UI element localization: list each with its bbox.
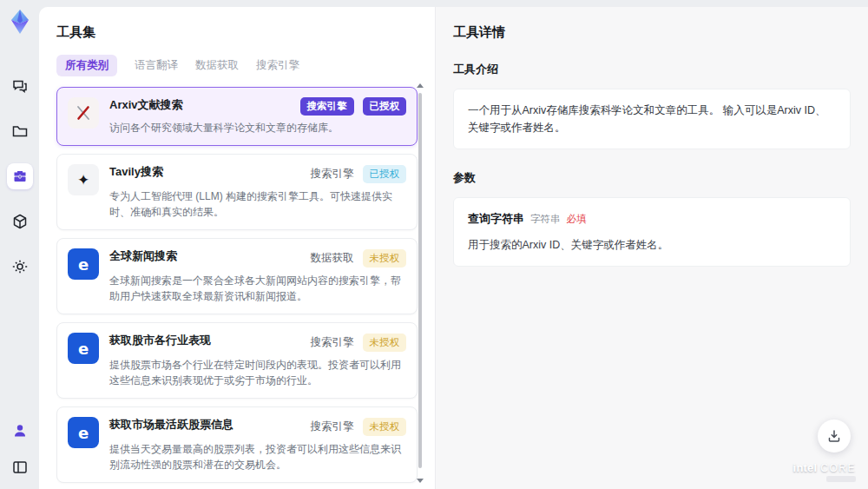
- tool-card[interactable]: ✦ Tavily搜索 搜索引擎 已授权 专为人工智能代理 (LLM) 构建的搜索…: [56, 154, 418, 230]
- tool-card[interactable]: e 全球新闻搜索 数据获取 未授权 全球新闻搜索是一个聚合全球各大新闻网站内容的…: [56, 238, 418, 314]
- tool-description: 专为人工智能代理 (LLM) 构建的搜索引擎工具。可快速提供实时、准确和真实的结…: [109, 188, 406, 220]
- user-icon[interactable]: [7, 418, 33, 444]
- tool-status-badge: 未授权: [363, 418, 407, 436]
- params-heading: 参数: [453, 170, 851, 186]
- tavily-star-icon: ✦: [68, 164, 99, 195]
- tool-detail-panel: 工具详情 工具介绍 一个用于从Arxiv存储库搜索科学论文和文章的工具。 输入可…: [436, 7, 868, 489]
- tool-meta: 搜索引擎 已授权: [300, 97, 407, 116]
- tool-category-badge: 搜索引擎: [311, 164, 354, 184]
- tool-status-badge: 已授权: [363, 165, 407, 183]
- folder-icon[interactable]: [7, 118, 33, 144]
- news-search-icon: e: [68, 333, 99, 364]
- download-button[interactable]: [818, 420, 851, 453]
- core-text: CORE: [820, 462, 856, 474]
- tool-card-body: 全球新闻搜索 数据获取 未授权 全球新闻搜索是一个聚合全球各大新闻网站内容的搜索…: [109, 248, 406, 304]
- rail-bottom: [7, 418, 33, 480]
- intel-sub-mark: [826, 476, 856, 482]
- arxiv-logo-icon: [68, 97, 99, 129]
- param-box: 查询字符串 字符串 必填 用于搜索的Arxiv ID、关键字或作者姓名。: [453, 197, 851, 267]
- tool-description: 提供股票市场各个行业在特定时间段内的表现。投资者可以利用这些信息来识别表现优于或…: [109, 357, 406, 388]
- news-search-icon: e: [68, 417, 99, 448]
- intro-heading: 工具介绍: [453, 62, 851, 77]
- tab-3[interactable]: 搜索引擎: [256, 55, 299, 76]
- tool-category-badge: 搜索引擎: [300, 97, 354, 116]
- tool-name: Tavily搜索: [109, 164, 311, 180]
- param-desc: 用于搜索的Arxiv ID、关键字或作者姓名。: [468, 236, 836, 254]
- scrollbar-thumb[interactable]: [418, 93, 422, 468]
- tool-card-body: Arxiv文献搜索 搜索引擎 已授权 访问各个研究领域大量科学论文和文章的存储库…: [109, 97, 406, 135]
- tool-card[interactable]: Arxiv文献搜索 搜索引擎 已授权 访问各个研究领域大量科学论文和文章的存储库…: [56, 87, 418, 146]
- intro-text: 一个用于从Arxiv存储库搜索科学论文和文章的工具。 输入可以是Arxiv ID…: [468, 104, 826, 134]
- left-rail: [0, 0, 39, 489]
- tool-card-body: 获取股市各行业表现 搜索引擎 未授权 提供股票市场各个行业在特定时间段内的表现。…: [109, 333, 406, 388]
- page-title: 工具集: [56, 24, 435, 41]
- list-scrollbar[interactable]: [417, 83, 424, 483]
- param-name: 查询字符串: [468, 210, 524, 228]
- chat-icon[interactable]: [7, 73, 33, 99]
- tool-name: 获取股市各行业表现: [109, 333, 311, 348]
- param-header: 查询字符串 字符串 必填: [468, 210, 836, 228]
- tool-description: 全球新闻搜索是一个聚合全球各大新闻网站内容的搜索引擎，帮助用户快速获取全球最新资…: [109, 273, 406, 304]
- tool-name: 全球新闻搜索: [109, 248, 311, 264]
- tab-1[interactable]: 语言翻译: [135, 55, 178, 76]
- rail-nav: [7, 73, 33, 280]
- scroll-down-icon[interactable]: [417, 479, 424, 483]
- tool-status-badge: 未授权: [363, 249, 407, 268]
- detail-title: 工具详情: [453, 24, 851, 41]
- tool-category-badge: 搜索引擎: [311, 417, 354, 437]
- intel-core-logo: intel CORE: [793, 461, 856, 482]
- category-tabs: 所有类别语言翻译数据获取搜索引擎: [56, 55, 435, 76]
- toolbox-icon[interactable]: [7, 163, 33, 189]
- tool-card[interactable]: e 获取市场最活跃股票信息 搜索引擎 未授权 提供当天交易量最高的股票列表，投资…: [56, 406, 418, 483]
- tool-list: Arxiv文献搜索 搜索引擎 已授权 访问各个研究领域大量科学论文和文章的存储库…: [56, 87, 418, 489]
- tool-card[interactable]: e 获取股市各行业表现 搜索引擎 未授权 提供股票市场各个行业在特定时间段内的表…: [56, 322, 418, 399]
- scroll-up-icon[interactable]: [417, 83, 424, 88]
- main-surface: 工具集 所有类别语言翻译数据获取搜索引擎 Arxiv文献搜索 搜索引擎 已授权 …: [39, 7, 868, 489]
- tool-description: 访问各个研究领域大量科学论文和文章的存储库。: [109, 120, 406, 135]
- package-icon[interactable]: [7, 208, 33, 235]
- tool-meta: 搜索引擎 未授权: [311, 417, 407, 437]
- tool-status-badge: 未授权: [363, 334, 407, 352]
- tool-status-badge: 已授权: [363, 97, 407, 116]
- intro-box: 一个用于从Arxiv存储库搜索科学论文和文章的工具。 输入可以是Arxiv ID…: [453, 89, 851, 149]
- panel-toggle-icon[interactable]: [7, 454, 33, 480]
- tool-list-panel: 工具集 所有类别语言翻译数据获取搜索引擎 Arxiv文献搜索 搜索引擎 已授权 …: [39, 7, 436, 489]
- intel-text: intel: [793, 461, 818, 474]
- param-required-badge: 必填: [567, 211, 587, 227]
- app-logo-icon: [5, 7, 35, 36]
- tab-0[interactable]: 所有类别: [56, 55, 117, 76]
- tool-card-body: Tavily搜索 搜索引擎 已授权 专为人工智能代理 (LLM) 构建的搜索引擎…: [109, 164, 406, 220]
- tool-meta: 数据获取 未授权: [311, 248, 407, 268]
- settings-icon[interactable]: [7, 254, 33, 280]
- tool-card-body: 获取市场最活跃股票信息 搜索引擎 未授权 提供当天交易量最高的股票列表，投资者可…: [109, 417, 406, 472]
- param-type: 字符串: [530, 211, 561, 227]
- intel-core-wordmark: intel CORE: [793, 461, 856, 474]
- tool-name: 获取市场最活跃股票信息: [109, 417, 311, 433]
- tool-category-badge: 数据获取: [311, 248, 354, 268]
- tool-category-badge: 搜索引擎: [311, 333, 354, 353]
- news-search-icon: e: [68, 248, 99, 280]
- tool-meta: 搜索引擎 已授权: [311, 164, 407, 184]
- tool-description: 提供当天交易量最高的股票列表，投资者可以利用这些信息来识别流动性强的股票和潜在的…: [109, 441, 406, 472]
- tool-name: Arxiv文献搜索: [109, 97, 300, 113]
- tab-2[interactable]: 数据获取: [195, 55, 239, 76]
- tool-meta: 搜索引擎 未授权: [311, 333, 407, 353]
